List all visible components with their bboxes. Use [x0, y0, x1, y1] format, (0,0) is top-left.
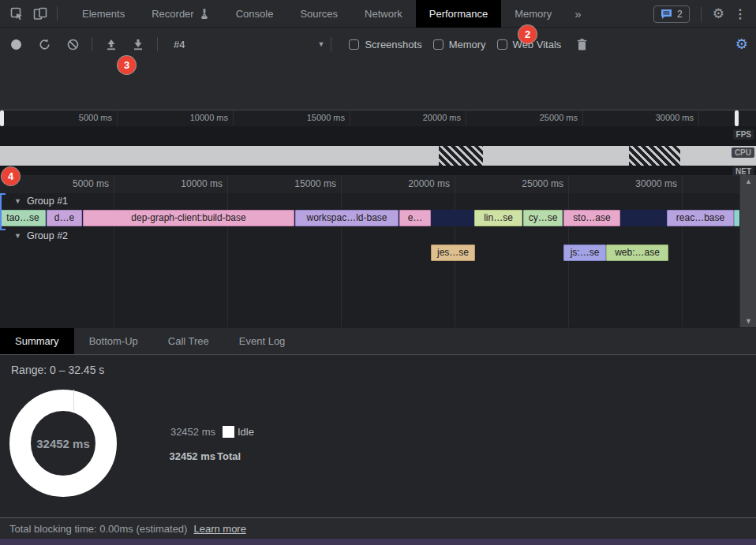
history-selected: #4: [174, 39, 185, 50]
download-profile-icon: [132, 39, 144, 50]
checkbox-label: Memory: [449, 39, 486, 50]
devtools-tab[interactable]: Sources: [286, 0, 351, 28]
checkbox-icon: [349, 39, 359, 50]
save-profile-button[interactable]: [127, 34, 149, 54]
group-2-label: Group #2: [27, 230, 68, 241]
block-icon: [67, 39, 79, 50]
record-button[interactable]: [5, 34, 27, 54]
event-label: js:…se: [571, 247, 600, 258]
history-dropdown[interactable]: #4 ▼: [166, 39, 324, 50]
speech-bubble-icon: [661, 9, 672, 19]
toolbar-checkbox[interactable]: Screenshots: [349, 39, 421, 50]
legend-row: 32452 ms Total: [163, 449, 254, 463]
learn-more-link[interactable]: Learn more: [193, 523, 245, 535]
flame-chart[interactable]: 5000 ms 10000 ms 15000 ms 20000 ms: [0, 175, 756, 327]
devtools-tab[interactable]: Performance: [416, 0, 501, 28]
tab-label: Elements: [82, 8, 125, 20]
tab-label: Sources: [300, 8, 338, 20]
gear-icon[interactable]: ⚙: [713, 7, 724, 21]
window-right-handle[interactable]: [735, 110, 739, 126]
event-label: jes…se: [437, 247, 469, 258]
details-tabbar: Summary Bottom-Up Call Tree Event Log: [0, 327, 756, 355]
issues-counter[interactable]: 2: [653, 6, 690, 23]
tutorial-step-badge: 4: [2, 167, 20, 185]
triangle-down-icon: ▼: [14, 197, 21, 205]
flame-event[interactable]: e…: [399, 210, 431, 226]
reload-icon: [39, 39, 51, 50]
tab-label: Bottom-Up: [89, 335, 138, 347]
flame-event[interactable]: workspac…ld-base: [295, 210, 399, 226]
selected-group-bracket: [0, 193, 6, 230]
clear-button[interactable]: [62, 34, 84, 54]
gear-blue-icon[interactable]: ⚙: [735, 37, 748, 51]
cpu-activity-band: [0, 146, 756, 166]
tick-label: 30000 ms: [656, 113, 698, 122]
reload-and-record-button[interactable]: [33, 34, 55, 54]
window-left-handle[interactable]: [0, 110, 4, 126]
divider: [701, 7, 702, 21]
tick-label: 20000 ms: [423, 113, 466, 122]
details-tab[interactable]: Bottom-Up: [74, 328, 153, 354]
devtools-tabbar: Elements Recorder Console Sources: [0, 0, 756, 28]
load-profile-button[interactable]: [100, 34, 122, 54]
details-tab[interactable]: Event Log: [224, 328, 301, 354]
flame-event[interactable]: tao…se: [0, 210, 46, 226]
group-1-header[interactable]: ▼ Group #1: [14, 196, 68, 207]
flame-event[interactable]: web:…ase: [606, 245, 668, 261]
devtools-tab[interactable]: Network: [351, 0, 416, 28]
event-label: sto…ase: [573, 212, 610, 223]
timeline-overview[interactable]: 5000 ms 10000 ms 15000 ms 20000 ms: [0, 110, 756, 175]
group-2-header[interactable]: ▼ Group #2: [14, 230, 68, 241]
scroll-down-icon[interactable]: ▼: [740, 317, 756, 325]
devtools-tab[interactable]: Memory: [501, 0, 565, 28]
tick-label: 20000 ms: [408, 178, 455, 189]
hatched-region: [439, 146, 483, 166]
delete-recording-button[interactable]: [571, 34, 593, 54]
tab-label: Recorder: [152, 8, 193, 20]
devtools-tab[interactable]: Recorder: [138, 0, 222, 28]
flame-event[interactable]: d…e: [47, 210, 82, 226]
event-label: d…e: [54, 212, 74, 223]
flame-event[interactable]: jes…se: [431, 245, 475, 261]
flame-event[interactable]: reac…base: [667, 210, 734, 226]
tick-label: 30000 ms: [635, 178, 682, 189]
details-tab[interactable]: Call Tree: [153, 328, 224, 354]
tick-label: 25000 ms: [540, 113, 582, 122]
flame-event[interactable]: dep-graph-client:build-base: [83, 210, 294, 226]
vertical-scrollbar[interactable]: ▲ ▼: [739, 175, 756, 327]
devtools-tab[interactable]: Elements: [69, 0, 138, 28]
inspect-cursor-icon[interactable]: [5, 3, 28, 24]
checkbox-label: Screenshots: [365, 39, 421, 50]
tick-label: 10000 ms: [190, 113, 233, 122]
details-tab[interactable]: Summary: [0, 328, 74, 354]
event-label: reac…base: [676, 212, 724, 223]
devtools-tab[interactable]: »: [565, 0, 590, 28]
tick-label: 5000 ms: [73, 178, 114, 189]
tab-label: Performance: [429, 8, 488, 20]
event-label: web:…ase: [615, 247, 660, 258]
tutorial-step-badge: 3: [118, 56, 136, 74]
device-toolbar-icon[interactable]: [28, 3, 52, 24]
status-footer: Total blocking time: 0.00ms (estimated) …: [0, 517, 756, 539]
event-label: e…: [408, 212, 423, 223]
devtools-tab[interactable]: Console: [223, 0, 287, 28]
net-lane: [0, 166, 756, 175]
kebab-menu-icon[interactable]: ⋮: [731, 6, 750, 21]
flame-event[interactable]: js:…se: [563, 245, 606, 261]
upload-profile-icon: [105, 39, 118, 50]
tick-label: 10000 ms: [181, 178, 227, 189]
checkbox-icon: [433, 39, 443, 50]
divider: [157, 37, 158, 51]
scroll-up-icon[interactable]: ▲: [740, 177, 756, 185]
legend-value: 32452 ms: [163, 426, 215, 438]
hatched-region: [629, 146, 680, 166]
issues-count: 2: [677, 9, 683, 20]
toolbar-checkbox[interactable]: Memory: [433, 39, 486, 50]
performance-toolbar: #4 ▼ Screenshots Memory Web Vitals: [0, 28, 756, 60]
flame-event[interactable]: lin…se: [474, 210, 522, 226]
donut-total-label: 32452 ms: [9, 390, 117, 497]
flame-event[interactable]: cy…se: [523, 210, 563, 226]
event-label: tao…se: [6, 212, 39, 223]
flame-event[interactable]: sto…ase: [563, 210, 620, 226]
tick-label: 15000 ms: [307, 113, 350, 122]
